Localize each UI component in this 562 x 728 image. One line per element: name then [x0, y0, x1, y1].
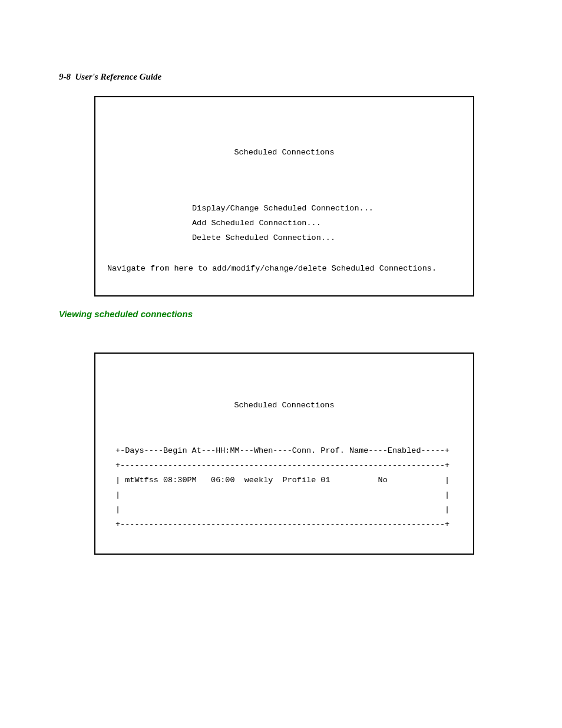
section-heading-viewing: Viewing scheduled connections [59, 309, 193, 319]
page-number: 9-8 [59, 72, 71, 81]
terminal-scheduled-connections-menu: Scheduled Connections Display/Change Sch… [94, 96, 474, 297]
table-blank-line: | | [115, 505, 449, 514]
menu-delete: Delete Scheduled Connection... [192, 233, 335, 242]
table-row: | mtWtfss 08:30PM 06:00 weekly Profile 0… [115, 476, 449, 485]
terminal2-table: +-Days----Begin At---HH:MM---When----Con… [95, 444, 473, 532]
table-blank-line: | | [115, 490, 449, 499]
terminal2-title: Scheduled Connections [95, 398, 473, 413]
terminal-scheduled-connections-table: Scheduled Connections +-Days----Begin At… [94, 353, 474, 555]
terminal-menu: Display/Change Scheduled Connection... A… [95, 202, 473, 246]
page-header: 9-8 User's Reference Guide [59, 72, 161, 82]
table-header-line: +-Days----Begin At---HH:MM---When----Con… [115, 446, 449, 455]
table-sep-bottom: +---------------------------------------… [115, 520, 449, 529]
guide-title: User's Reference Guide [75, 72, 162, 81]
menu-add: Add Scheduled Connection... [192, 219, 321, 228]
terminal-title: Scheduled Connections [95, 146, 473, 160]
terminal-nav-text: Navigate from here to add/modify/change/… [107, 262, 437, 276]
table-sep-top: +---------------------------------------… [115, 461, 449, 470]
menu-display-change: Display/Change Scheduled Connection... [192, 204, 373, 213]
